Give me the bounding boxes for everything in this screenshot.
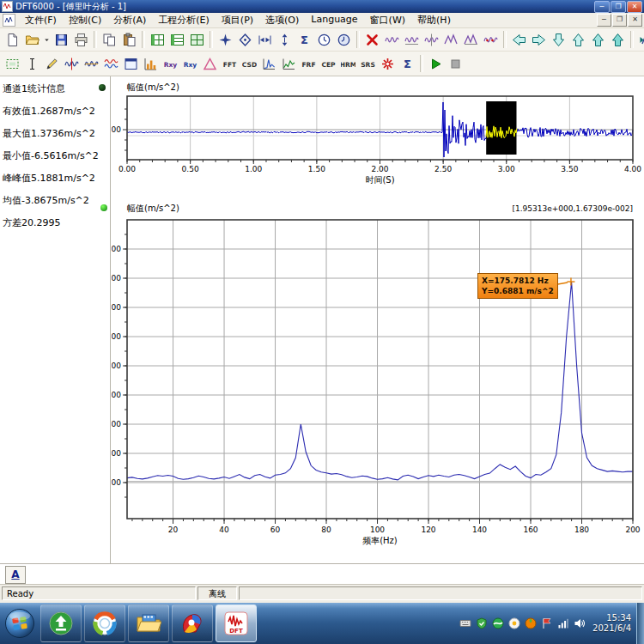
hrm-button[interactable]: HRM: [338, 54, 358, 74]
layout-grid-icon[interactable]: [187, 30, 207, 50]
taskbar-app-media-folder[interactable]: [128, 605, 169, 642]
time-window-alt-icon[interactable]: [334, 30, 354, 50]
start-button[interactable]: [2, 605, 38, 642]
app-logo-icon: [2, 1, 13, 12]
layout-dual-icon[interactable]: [167, 30, 187, 50]
fit-vertical-icon[interactable]: [275, 30, 295, 50]
svg-text:SRS: SRS: [361, 61, 375, 69]
menu-item-file[interactable]: 文件(F): [19, 13, 63, 27]
time-window-icon[interactable]: [314, 30, 334, 50]
menu-item-window[interactable]: 窗口(W): [364, 13, 411, 27]
wave-view3-icon[interactable]: [422, 30, 441, 50]
zoom-in-x-icon[interactable]: [588, 30, 608, 50]
marker-pair-icon[interactable]: [255, 30, 275, 50]
minimize-button[interactable]: ─: [594, 1, 610, 13]
wave-view1-icon[interactable]: [382, 30, 402, 50]
pan-left-icon[interactable]: [509, 30, 529, 50]
sum-analysis-icon[interactable]: Σ: [398, 54, 417, 74]
taskbar-app-game-center[interactable]: [172, 605, 213, 642]
wave-view2-icon[interactable]: [402, 30, 422, 50]
prev-wave-icon[interactable]: [636, 30, 644, 50]
stop-analysis-button[interactable]: [446, 54, 465, 74]
round-white-tray-icon[interactable]: [508, 617, 520, 629]
keyboard-tray-icon[interactable]: [459, 617, 471, 629]
print-icon[interactable]: [71, 30, 91, 50]
selection-box-icon[interactable]: [3, 54, 22, 74]
annotate-pencil-icon[interactable]: [42, 54, 62, 74]
svg-text:3.50: 3.50: [561, 165, 578, 173]
wave-measure-icon[interactable]: [82, 54, 101, 74]
page-tab-a[interactable]: A: [5, 566, 26, 584]
start-analysis-button[interactable]: [426, 54, 446, 74]
taskbar-app-browser[interactable]: [84, 605, 125, 642]
volume-tray-icon[interactable]: [574, 617, 586, 629]
network-tray-icon[interactable]: [557, 617, 569, 629]
menu-item-language[interactable]: Language: [305, 13, 363, 27]
orange-tray-icon[interactable]: [525, 617, 537, 629]
menu-item-engineering-analysis[interactable]: 工程分析(E): [152, 13, 216, 27]
security-shield-tray-icon[interactable]: [476, 617, 488, 629]
cursor-star-icon[interactable]: [216, 30, 235, 50]
cursor-ibeam-icon[interactable]: [22, 54, 42, 74]
fft-button[interactable]: FFT: [220, 54, 240, 74]
menu-item-options[interactable]: 选项(O): [259, 13, 305, 27]
cep-button[interactable]: CEP: [319, 54, 338, 74]
open-file-icon[interactable]: [22, 30, 42, 50]
channel2-led-indicator[interactable]: [100, 204, 107, 211]
menu-item-analysis[interactable]: 分析(A): [107, 13, 152, 27]
mdi-close-button[interactable]: ✕: [628, 14, 642, 27]
layout-single-icon[interactable]: [148, 30, 167, 50]
new-file-icon[interactable]: [3, 30, 22, 50]
green-ball-tray-icon[interactable]: [492, 617, 504, 629]
svg-text:频率(Hz): 频率(Hz): [362, 536, 398, 545]
csd-button[interactable]: CSD: [240, 54, 259, 74]
spectrum-chart[interactable]: 幅值(m/s^2)[1.95313e+000,1.67309e-002]0.80…: [112, 197, 644, 563]
show-desktop-button[interactable]: [636, 603, 644, 644]
flag-tray-icon[interactable]: [541, 617, 553, 629]
zoom-in-y-icon[interactable]: [568, 30, 588, 50]
open-dropdown-caret-icon[interactable]: [42, 30, 52, 50]
menu-item-control[interactable]: 控制(C): [63, 13, 107, 27]
cursor-diamond-icon[interactable]: [235, 30, 255, 50]
copy-icon[interactable]: [100, 30, 119, 50]
menu-item-project[interactable]: 项目(P): [216, 13, 259, 27]
autocorrelation-button[interactable]: Rxy: [161, 54, 180, 74]
status-connection-badge: 离线: [197, 586, 237, 600]
wave-cursor-icon[interactable]: [62, 54, 82, 74]
triangle-window-icon[interactable]: [200, 54, 220, 74]
sum-icon[interactable]: Σ: [295, 30, 314, 50]
wave-view6-icon[interactable]: [481, 30, 501, 50]
save-file-icon[interactable]: [52, 30, 71, 50]
clear-curves-icon[interactable]: [362, 30, 382, 50]
pan-right-icon[interactable]: [529, 30, 549, 50]
time-chart[interactable]: 幅值(m/s^2)0.000.000.501.001.502.002.503.0…: [112, 79, 644, 191]
window-view-icon[interactable]: [121, 54, 141, 74]
paste-icon[interactable]: [119, 30, 139, 50]
taskbar-app-software-manager[interactable]: [40, 605, 82, 642]
svg-text:幅值(m/s^2): 幅值(m/s^2): [127, 82, 179, 92]
svg-text:DFT: DFT: [229, 628, 243, 635]
maximize-button[interactable]: ❐: [611, 1, 626, 13]
mdi-minimize-button[interactable]: ─: [597, 14, 611, 27]
spectrum-view-icon[interactable]: [259, 54, 279, 74]
srs-button[interactable]: SRS: [358, 54, 378, 74]
zoom-out-y-icon[interactable]: [549, 30, 568, 50]
frf-button[interactable]: FRF: [299, 54, 319, 74]
overlay-waves-icon[interactable]: [101, 54, 121, 74]
taskbar-clock[interactable]: 15:34 2021/6/4: [592, 613, 631, 634]
taskbar-app-dft6000[interactable]: DFT: [216, 605, 257, 642]
menu-item-help[interactable]: 帮助(H): [411, 13, 457, 27]
histogram-icon[interactable]: [141, 54, 161, 74]
wave-view5-icon[interactable]: [461, 30, 481, 50]
spectrum-view2-icon[interactable]: [279, 54, 299, 74]
cursor-readout-box[interactable]: X=175.7812 Hz Y=0.6881 m/s^2: [477, 273, 558, 299]
zoom-out-x-icon[interactable]: [608, 30, 628, 50]
octave-analysis-icon[interactable]: [378, 54, 398, 74]
channel1-led-indicator[interactable]: [99, 84, 106, 91]
close-button[interactable]: ✕: [627, 1, 642, 13]
cross-correlation-button[interactable]: Rxy: [180, 54, 200, 74]
toolbar-separator: [94, 31, 97, 48]
wave-view4-icon[interactable]: [441, 30, 461, 50]
mdi-restore-button[interactable]: ❐: [612, 14, 627, 27]
taskbar-apps: DFT: [40, 605, 257, 642]
